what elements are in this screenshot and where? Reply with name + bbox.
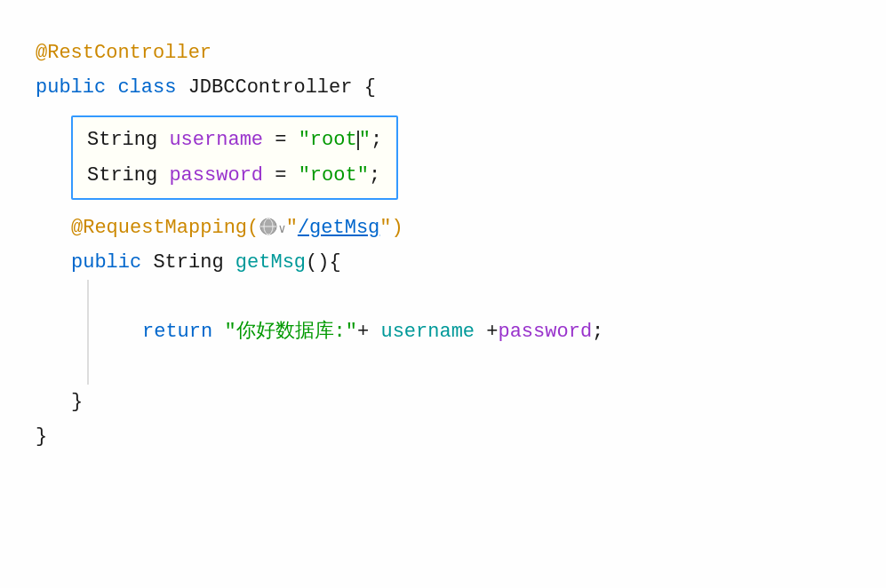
line-password: String password = "root"; <box>87 158 382 193</box>
class-close-brace: } <box>36 421 47 452</box>
keyword-class: class <box>117 72 188 103</box>
val-root: "root" <box>299 160 369 191</box>
method-name: getMsg <box>235 247 306 278</box>
line-class-close: } <box>36 419 859 454</box>
var-password: password <box>169 160 263 191</box>
type-string-1: String <box>87 124 169 155</box>
val-root-cursor: "root" <box>299 124 371 155</box>
request-mapping-url: /getMsg <box>298 212 379 243</box>
class-name: JDBCController { <box>188 72 376 103</box>
method-parens: (){ <box>306 247 341 278</box>
globe-container: ∨ <box>259 212 285 243</box>
globe-icon <box>259 218 277 235</box>
annotation-text: @RestController <box>36 37 212 68</box>
line-method-close: } <box>36 385 859 419</box>
type-string-2: String <box>87 160 169 191</box>
chevron-icon: ∨ <box>278 222 285 236</box>
keyword-public: public <box>36 72 117 103</box>
line-class-decl: public class JDBCController { <box>36 70 859 105</box>
request-mapping-annotation: @RequestMapping( <box>71 212 259 243</box>
return-type: String <box>153 247 235 278</box>
request-mapping-quote: " <box>286 212 298 243</box>
vertical-guide-line <box>87 280 89 385</box>
keyword-return: return <box>142 316 224 347</box>
op-assign-1: = <box>263 124 299 155</box>
plus-1: + <box>357 316 380 347</box>
line-username: String username = "root"; <box>87 123 382 157</box>
var-username: username <box>169 124 263 155</box>
return-semicolon: ; <box>592 316 603 347</box>
semicolon-2: ; <box>369 160 380 191</box>
highlighted-code-block: String username = "root"; String passwor… <box>71 115 398 199</box>
line-empty-1 <box>71 280 859 314</box>
string-chinese: "你好数据库:" <box>224 316 357 347</box>
code-editor: @RestController public class JDBCControl… <box>18 27 868 463</box>
line-return: return "你好数据库:"+ username +password; <box>71 314 859 349</box>
line-annotation: @RestController <box>36 36 859 70</box>
var-username-ref: username <box>380 316 475 347</box>
plus-2: + <box>475 316 498 347</box>
method-close-brace: } <box>71 386 83 417</box>
text-cursor <box>357 131 359 150</box>
line-request-mapping: @RequestMapping(∨"/getMsg") <box>36 211 859 245</box>
keyword-public-method: public <box>71 247 153 278</box>
op-assign-2: = <box>263 160 299 191</box>
semicolon-1: ; <box>371 124 382 155</box>
line-method-decl: public String getMsg(){ <box>36 245 859 280</box>
request-mapping-close: ") <box>379 212 403 243</box>
var-password-ref: password <box>498 316 592 347</box>
method-body-container: return "你好数据库:"+ username +password; <box>36 280 859 385</box>
line-empty-2 <box>71 350 859 385</box>
